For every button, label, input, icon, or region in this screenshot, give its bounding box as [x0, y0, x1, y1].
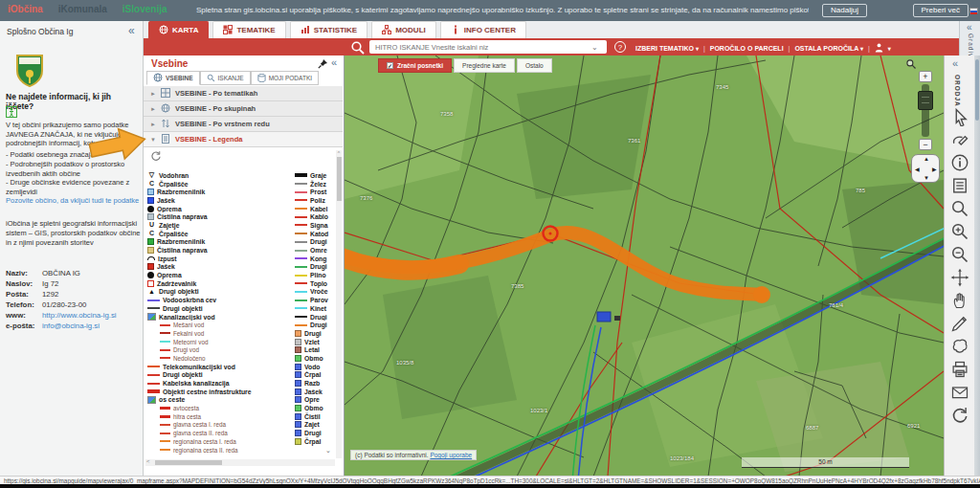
help-button[interactable]: ? — [614, 41, 626, 53]
page-scrollbar[interactable] — [974, 55, 980, 476]
contents-tab-moji-podatki[interactable]: MOJI PODATKI — [251, 71, 319, 85]
info-icon[interactable] — [950, 153, 969, 172]
legend-item: Letal — [295, 345, 336, 354]
zoom-in-button[interactable]: + — [919, 71, 932, 82]
page-scrollbar-thumb[interactable] — [975, 59, 979, 121]
brand-link-ikomunala[interactable]: iKomunala — [58, 4, 107, 14]
legend-line-swatch — [295, 224, 307, 226]
legend-item: ▽Vodohran — [147, 171, 293, 180]
mail-icon[interactable] — [950, 383, 969, 402]
legend-subitem: Mešani vod — [147, 321, 293, 329]
legend-item: CČrpališče — [147, 230, 293, 238]
brand-link-iobčina[interactable]: iObčina — [8, 4, 43, 14]
brand-link-islovenija[interactable]: iSlovenija — [122, 4, 167, 14]
tools-panel: « ORODJA — [944, 55, 974, 476]
legend-more-icon[interactable]: ⌄ — [325, 447, 331, 455]
terms-link[interactable]: Pogoji uporabe — [430, 452, 472, 458]
contents-tab-vsebine[interactable]: VSEBINE — [146, 71, 200, 85]
legend-item-label: Črpališče — [159, 231, 189, 237]
right-panel-collapse-icon[interactable]: « — [967, 22, 972, 33]
polygon-icon[interactable] — [950, 337, 969, 356]
measure-icon[interactable] — [950, 314, 969, 333]
legend-item: Drugi — [295, 329, 336, 338]
quick-search-input[interactable] — [369, 40, 607, 54]
pan-left-icon[interactable]: ◀ — [915, 166, 920, 172]
select-free-icon[interactable] — [950, 130, 969, 149]
legend-subitem: glavna cesta II. reda — [147, 429, 293, 437]
contents-panel: Vsebine « VSEBINEISKANJEMOJI PODATKI ►VS… — [144, 55, 345, 476]
zoom-slider-handle[interactable] — [918, 91, 933, 110]
map-search-icon[interactable] — [905, 58, 917, 70]
accordion-vsebine-po-tematikah[interactable]: ►VSEBINE - Po tematikah — [144, 86, 343, 101]
zoom-in-icon[interactable] — [950, 222, 969, 241]
refresh-icon[interactable] — [950, 406, 969, 425]
legend-item-label: Drugi objekti — [163, 305, 203, 312]
print-icon[interactable] — [950, 360, 969, 379]
legend-line-swatch — [295, 266, 307, 268]
zoom-out-button[interactable]: − — [919, 139, 932, 150]
select-arrow-icon[interactable] — [950, 107, 969, 126]
contents-tabs: VSEBINEISKANJEMOJI PODATKI — [146, 71, 319, 85]
legend-hscrollbar[interactable]: < — [145, 459, 335, 466]
legend-line-swatch — [160, 324, 170, 326]
tab-statistike[interactable]: STATISTIKE — [290, 21, 368, 38]
tab-tematike[interactable]: TEMATIKE — [212, 21, 285, 38]
legend-item: Kablo — [295, 212, 336, 221]
tab-karta[interactable]: KARTA — [148, 21, 209, 38]
search-icon — [207, 74, 215, 83]
map-canvas[interactable]: ✓Zračni posnetkiPregledne karteOstalo 73… — [345, 55, 944, 476]
zoom-out-icon[interactable] — [950, 245, 969, 264]
contact-value[interactable]: http://www.obcina-ig.si — [42, 310, 117, 321]
accordion-vsebine-po-skupinah[interactable]: ►VSEBINE - Po skupinah — [144, 101, 343, 117]
user-menu[interactable] — [875, 43, 883, 54]
legend-hscrollbar-thumb[interactable] — [155, 460, 222, 465]
sidebar-collapse-icon[interactable]: « — [128, 24, 135, 37]
tab-moduli[interactable]: MODULI — [371, 21, 436, 38]
legend-item: Kinet — [295, 304, 336, 313]
basemap-tab-zračni-posnetki[interactable]: ✓Zračni posnetki — [378, 58, 452, 73]
pan-right-icon[interactable]: ▶ — [932, 166, 937, 172]
menu-item-3[interactable]: OSTALA POROČILA ▾ — [794, 45, 863, 52]
contents-collapse-icon[interactable]: « — [331, 56, 337, 68]
legend-item: Čistilna naprava — [147, 212, 293, 221]
legend-vscrollbar-thumb[interactable] — [337, 157, 342, 201]
accordion-vsebine-po-vrstnem-redu[interactable]: ►VSEBINE - Po vrstnem redu — [144, 117, 343, 132]
tab-info-center[interactable]: INFO CENTER — [440, 21, 526, 38]
search-dropdown-icon[interactable]: ⌄ — [591, 43, 599, 51]
basemap-tabs: ✓Zračni posnetkiPregledne karteOstalo — [378, 58, 552, 73]
basemap-tab-pregledne-karte[interactable]: Pregledne karte — [454, 58, 515, 73]
legend-line-swatch — [295, 307, 307, 309]
legend-item-label: Vodohran — [159, 172, 189, 179]
pan-icon[interactable] — [950, 268, 969, 287]
pan-dpad[interactable]: ▲ ▼ ◀ ▶ — [911, 154, 940, 183]
checkbox-checked-icon[interactable]: ✓ — [387, 62, 393, 69]
search-icon[interactable] — [950, 199, 969, 218]
legend-item: Parov — [295, 296, 336, 304]
tools-collapse-icon[interactable]: « — [952, 57, 958, 69]
scroll-left-icon[interactable]: < — [146, 458, 150, 464]
report-icon[interactable] — [950, 176, 969, 195]
refresh-icon[interactable] — [150, 150, 162, 162]
cookie-readmore-button[interactable]: Preberi več — [913, 4, 969, 17]
scroll-up-icon[interactable]: ^ — [336, 150, 342, 156]
right-collapsed-panel[interactable]: « Gradiva — [959, 21, 980, 55]
pin-icon[interactable] — [318, 58, 328, 69]
pan-up-icon[interactable]: ▲ — [924, 156, 929, 162]
legend-item-label: Drugi — [304, 430, 322, 436]
map-attribution: (c) Podatki so informativni. Pogoji upor… — [350, 450, 477, 460]
contact-value[interactable]: info@obcina-ig.si — [42, 321, 100, 331]
hand-icon[interactable] — [950, 291, 969, 310]
sidebar-cta-link[interactable]: Pozovite občino, da vključi tudi te poda… — [6, 196, 142, 205]
cookie-continue-button[interactable]: Nadaljuj — [822, 4, 867, 17]
pan-down-icon[interactable]: ▼ — [924, 175, 929, 181]
legend-vscrollbar[interactable]: ^ — [336, 150, 342, 458]
legend-line-swatch — [160, 341, 170, 343]
basemap-tab-ostalo[interactable]: Ostalo — [517, 58, 552, 73]
menu-item-1[interactable]: IZBERI TEMATIKO ▾ — [635, 45, 699, 52]
accordion-vsebine-legenda[interactable]: ▼VSEBINE - Legenda — [144, 132, 343, 147]
caret-down-icon: ▾ — [860, 46, 863, 52]
legend-item: Vodo — [295, 363, 336, 371]
legend-item-label: Graje — [310, 172, 326, 179]
menu-item-2[interactable]: POROČILO O PARCELI — [710, 45, 784, 52]
contents-tab-iskanje[interactable]: ISKANJE — [200, 71, 251, 85]
